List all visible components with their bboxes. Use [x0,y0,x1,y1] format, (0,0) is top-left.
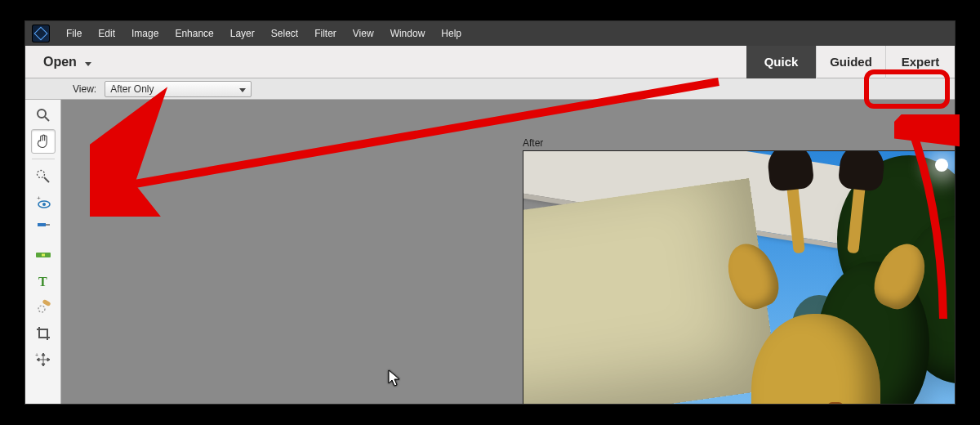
view-select[interactable]: After Only [105,81,252,97]
svg-line-1 [45,117,49,121]
svg-text:+: + [37,195,41,202]
menu-edit[interactable]: Edit [90,21,123,46]
straighten-tool[interactable] [31,243,56,267]
view-bar: View: After Only [25,78,955,100]
svg-point-0 [38,110,46,118]
workspace: + T + After [25,100,955,404]
open-label: Open [43,55,77,69]
spot-healing-tool[interactable] [31,295,56,320]
svg-rect-7 [38,223,46,226]
after-preview-image [523,150,955,404]
menu-layer[interactable]: Layer [222,21,263,46]
svg-point-12 [38,306,45,312]
cursor-icon [388,369,403,389]
svg-point-2 [37,171,44,178]
svg-text:T: T [38,275,47,289]
red-eye-tool[interactable]: + [31,190,56,215]
wand-icon [35,168,51,185]
type-tool[interactable]: T [31,269,56,293]
menu-enhance[interactable]: Enhance [167,21,221,46]
mode-bar: Open Quick Guided Expert [25,46,955,78]
crop-icon [35,325,51,342]
whiten-teeth-tool[interactable] [31,217,56,241]
svg-text:+: + [35,352,38,358]
menu-help[interactable]: Help [433,21,470,46]
magnifier-icon [35,107,51,123]
menu-image[interactable]: Image [123,21,167,46]
hand-icon [35,133,51,150]
tab-guided[interactable]: Guided [816,46,885,78]
tool-palette: + T + [25,100,61,404]
app-logo-icon [32,25,50,42]
tab-expert[interactable]: Expert [885,46,955,78]
view-label: View: [73,83,96,95]
move-icon: + [35,351,51,368]
menu-filter[interactable]: Filter [306,21,345,46]
menu-view[interactable]: View [345,21,382,46]
menu-bar: File Edit Image Enhance Layer Select Fil… [25,21,955,46]
menu-file[interactable]: File [58,21,90,46]
crop-tool[interactable] [31,321,56,346]
view-selected-value: After Only [110,83,154,95]
canvas-area[interactable]: After [61,100,955,404]
open-button[interactable]: Open [25,46,103,78]
text-icon: T [35,273,51,289]
quick-selection-tool[interactable] [31,164,56,189]
tab-quick[interactable]: Quick [746,46,816,78]
chevron-down-icon [239,83,246,95]
svg-rect-13 [42,299,51,306]
svg-rect-10 [42,254,45,257]
chevron-down-icon [85,55,91,69]
menu-window[interactable]: Window [382,21,434,46]
menu-select[interactable]: Select [263,21,306,46]
svg-line-3 [44,177,49,182]
after-label: After [523,137,543,149]
app-window: File Edit Image Enhance Layer Select Fil… [24,20,956,405]
zoom-tool[interactable] [31,103,56,128]
move-tool[interactable]: + [31,347,56,372]
eye-icon: + [34,195,52,210]
hand-tool[interactable] [31,129,56,154]
level-icon [34,248,52,262]
brush-icon [35,221,51,237]
bandage-icon [34,299,52,315]
svg-point-6 [42,203,46,206]
